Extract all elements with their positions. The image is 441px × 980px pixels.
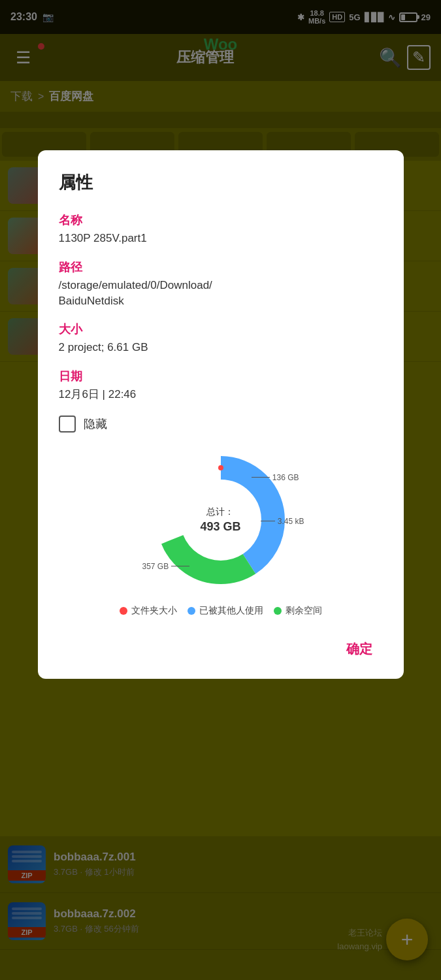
hide-checkbox-row[interactable]: 隐藏 [59, 416, 383, 433]
storage-chart: 总计： 493 GB 136 GB 3.45 kB 357 GB [59, 448, 383, 617]
svg-point-2 [218, 465, 223, 470]
prop-value-path: /storage/emulated/0/Download/BaiduNetdis… [59, 278, 383, 309]
legend-dot-green [274, 607, 282, 615]
chart-value-345kb: 3.45 kB [278, 517, 304, 526]
legend-dot-red [120, 607, 127, 615]
legend-used-by-others: 已被其他人使用 [188, 605, 263, 617]
modal-footer: 确定 [59, 630, 383, 663]
chart-value-357gb: 357 GB [142, 562, 169, 571]
chart-label-345kb: 3.45 kB [261, 517, 304, 526]
legend-label-folder: 文件夹大小 [131, 605, 177, 617]
hide-label: 隐藏 [84, 416, 107, 432]
legend-free-space: 剩余空间 [274, 605, 322, 617]
properties-modal: 属性 名称 1130P 285V.part1 路径 /storage/emula… [38, 150, 404, 679]
prop-label-name: 名称 [59, 212, 383, 228]
prop-value-name: 1130P 285V.part1 [59, 231, 383, 246]
modal-overlay: 属性 名称 1130P 285V.part1 路径 /storage/emula… [0, 0, 441, 980]
legend-folder-size: 文件夹大小 [120, 605, 177, 617]
total-value: 493 GB [200, 518, 240, 534]
donut-center-label: 总计： 493 GB [200, 506, 240, 535]
donut-chart: 总计： 493 GB 136 GB 3.45 kB 357 GB [149, 448, 293, 592]
prop-value-size: 2 project; 6.61 GB [59, 340, 383, 355]
hide-checkbox[interactable] [59, 416, 76, 433]
prop-label-size: 大小 [59, 321, 383, 337]
prop-value-date: 12月6日 | 22:46 [59, 387, 383, 402]
modal-title: 属性 [59, 171, 383, 194]
chart-label-136gb: 136 GB [252, 473, 299, 482]
chart-value-136gb: 136 GB [272, 473, 299, 482]
confirm-button[interactable]: 确定 [336, 635, 383, 663]
prop-label-path: 路径 [59, 259, 383, 275]
chart-label-357gb: 357 GB [142, 562, 190, 571]
total-label: 总计： [200, 506, 240, 519]
prop-label-date: 日期 [59, 368, 383, 384]
chart-legend: 文件夹大小 已被其他人使用 剩余空间 [120, 605, 322, 617]
legend-label-free: 剩余空间 [286, 605, 322, 617]
legend-label-used: 已被其他人使用 [199, 605, 263, 617]
legend-dot-blue [188, 607, 195, 615]
